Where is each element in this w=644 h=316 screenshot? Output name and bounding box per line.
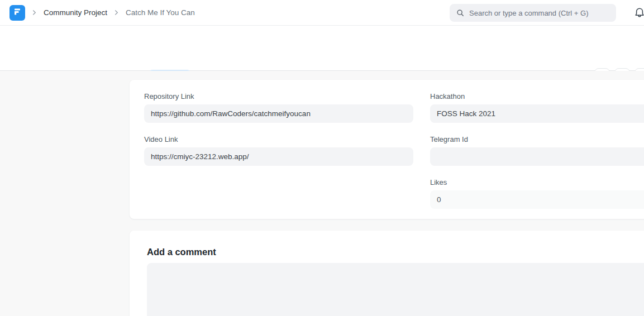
breadcrumb-community-project[interactable]: Community Project: [44, 8, 107, 17]
likes-label: Likes: [430, 178, 644, 187]
likes-input: [430, 190, 644, 209]
hackathon-label: Hackathon: [430, 92, 644, 101]
field-telegram-id: Telegram Id: [430, 135, 644, 166]
search-icon: [456, 9, 464, 17]
frappe-f-icon: [13, 7, 22, 18]
field-hackathon: Hackathon: [430, 92, 644, 123]
search-input[interactable]: [469, 9, 609, 17]
chevron-right-icon: [114, 10, 119, 15]
comment-input[interactable]: [147, 263, 644, 316]
comment-section-card: Add a comment: [130, 231, 644, 316]
telegram-id-label: Telegram Id: [430, 135, 644, 144]
repository-link-input[interactable]: [144, 104, 413, 123]
global-search[interactable]: [450, 4, 616, 22]
notifications-bell-icon[interactable]: [634, 7, 644, 19]
comment-heading: Add a comment: [147, 247, 644, 257]
repository-link-label: Repository Link: [144, 92, 413, 101]
app-window: Community Project Catch Me If You Can: [0, 0, 644, 316]
top-navbar: Community Project Catch Me If You Can: [0, 0, 644, 26]
field-likes: Likes: [430, 178, 644, 209]
video-link-label: Video Link: [144, 135, 413, 144]
form-layout: Repository Link Video Link Hackathon Tel…: [0, 71, 644, 316]
telegram-id-input[interactable]: [430, 147, 644, 166]
form-column-left: Repository Link Video Link: [144, 92, 413, 221]
breadcrumb-current-doc: Catch Me If You Can: [126, 8, 195, 17]
form-section-card: Repository Link Video Link Hackathon Tel…: [130, 80, 644, 219]
field-repository-link: Repository Link: [144, 92, 413, 123]
video-link-input[interactable]: [144, 147, 413, 166]
form-column-right: Hackathon Telegram Id Likes: [430, 92, 644, 221]
chevron-right-icon: [32, 10, 37, 15]
breadcrumb: Community Project Catch Me If You Can: [0, 5, 195, 21]
frappe-logo[interactable]: [9, 5, 25, 21]
hackathon-input[interactable]: [430, 104, 644, 123]
field-video-link: Video Link: [144, 135, 413, 166]
page-header: Catch Me If You Can Enabled: [0, 26, 644, 71]
